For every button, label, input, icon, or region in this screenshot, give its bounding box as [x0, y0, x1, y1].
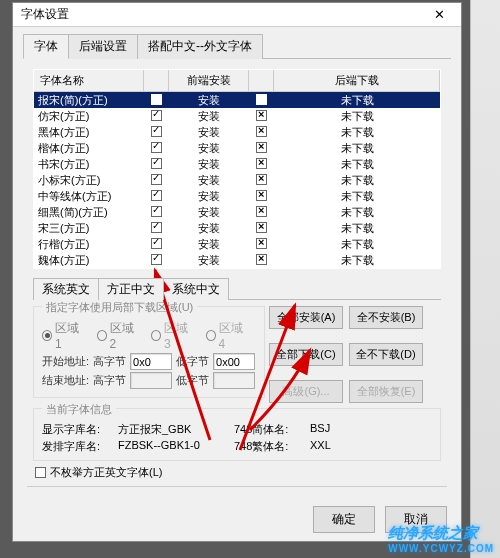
font-table-body[interactable]: 报宋(简)(方正)安装未下载仿宋(方正)安装未下载黑体(方正)安装未下载楷体(方…: [34, 92, 440, 268]
radio-region3: 区域3: [151, 320, 192, 351]
titlebar: 字体设置 ✕: [13, 3, 461, 27]
xbox-icon[interactable]: [256, 142, 267, 153]
download-none-button[interactable]: 全不下载(D): [349, 343, 423, 366]
xbox-icon[interactable]: [256, 190, 267, 201]
table-row[interactable]: 中等线体(方正)安装未下载: [34, 188, 440, 204]
checkbox-icon[interactable]: [151, 254, 162, 265]
th-name[interactable]: 字体名称: [34, 70, 144, 91]
checkbox-icon[interactable]: [151, 94, 162, 105]
table-row[interactable]: 细黑(简)(方正)安装未下载: [34, 204, 440, 220]
checkbox-icon[interactable]: [151, 142, 162, 153]
table-row[interactable]: 宋三(方正)安装未下载: [34, 220, 440, 236]
radio-region1[interactable]: 区域1: [42, 320, 83, 351]
table-row[interactable]: 楷体(方正)安装未下载: [34, 140, 440, 156]
checkbox-icon[interactable]: [151, 110, 162, 121]
checkbox-icon[interactable]: [151, 238, 162, 249]
th-download[interactable]: 后端下载: [274, 70, 440, 91]
sub-tabs: 系统英文 方正中文 系统中文: [33, 277, 441, 299]
restore-button: 全部恢复(E): [349, 380, 423, 403]
xbox-icon[interactable]: [256, 254, 267, 265]
tab-sys-en[interactable]: 系统英文: [33, 278, 99, 300]
xbox-icon[interactable]: [256, 222, 267, 233]
checkbox-icon[interactable]: [151, 206, 162, 217]
xbox-icon[interactable]: [256, 174, 267, 185]
table-row[interactable]: 书宋(方正)安装未下载: [34, 156, 440, 172]
checkbox-icon[interactable]: [151, 174, 162, 185]
font-table: 字体名称 前端安装 后端下载 报宋(简)(方正)安装未下载仿宋(方正)安装未下载…: [33, 69, 441, 269]
table-row[interactable]: 黑体(方正)安装未下载: [34, 124, 440, 140]
xbox-icon[interactable]: [256, 206, 267, 217]
table-row[interactable]: 魏体(方正)安装未下载: [34, 252, 440, 268]
ok-button[interactable]: 确定: [313, 506, 375, 533]
main-tabs: 字体 后端设置 搭配中文--外文字体: [13, 27, 461, 58]
download-all-button[interactable]: 全部下载(C): [269, 343, 343, 366]
close-button[interactable]: ✕: [419, 4, 459, 26]
checkbox-icon[interactable]: [151, 222, 162, 233]
xbox-icon[interactable]: [256, 126, 267, 137]
table-row[interactable]: 报宋(简)(方正)安装未下载: [34, 92, 440, 108]
watermark: 纯净系统之家 WWW.YCWYZ.COM: [388, 524, 494, 554]
start-low-input[interactable]: [213, 353, 255, 370]
table-row[interactable]: 行楷(方正)安装未下载: [34, 236, 440, 252]
checkbox-icon[interactable]: [151, 126, 162, 137]
xbox-icon[interactable]: [256, 94, 267, 105]
tab-fz-cn[interactable]: 方正中文: [98, 278, 164, 300]
tab-sys-cn[interactable]: 系统中文: [163, 278, 229, 300]
install-all-button[interactable]: 全部安装(A): [269, 306, 343, 329]
xbox-icon[interactable]: [256, 238, 267, 249]
table-row[interactable]: 仿宋(方正)安装未下载: [34, 108, 440, 124]
radio-region4: 区域4: [206, 320, 247, 351]
side-panel: [470, 0, 500, 558]
checkbox-icon: [35, 467, 46, 478]
no-enum-checkbox[interactable]: 不枚举方正英文字体(L): [35, 465, 439, 480]
window-title: 字体设置: [21, 6, 69, 23]
radio-region2[interactable]: 区域2: [97, 320, 138, 351]
checkbox-icon[interactable]: [151, 190, 162, 201]
tab-pair[interactable]: 搭配中文--外文字体: [137, 34, 263, 59]
tab-font[interactable]: 字体: [23, 34, 69, 59]
start-high-input[interactable]: [130, 353, 172, 370]
th-install[interactable]: 前端安装: [169, 70, 249, 91]
xbox-icon[interactable]: [256, 158, 267, 169]
end-high-input[interactable]: [130, 372, 172, 389]
current-font-fieldset: 当前字体信息 显示字库名: 方正报宋_GBK 748简体名: BSJ 发排字库名…: [33, 408, 441, 461]
region-legend: 指定字体使用局部下载区域(U): [42, 300, 197, 315]
install-none-button[interactable]: 全不安装(B): [349, 306, 423, 329]
xbox-icon[interactable]: [256, 110, 267, 121]
checkbox-icon[interactable]: [151, 158, 162, 169]
close-icon: ✕: [434, 7, 445, 22]
end-low-input[interactable]: [213, 372, 255, 389]
region-fieldset: 指定字体使用局部下载区域(U) 区域1 区域2 区域3 区域4 开始地址: 高字…: [33, 306, 265, 398]
dialog-window: 字体设置 ✕ 字体 后端设置 搭配中文--外文字体 字体名称 前端安装 后端下载…: [12, 2, 462, 542]
tab-backend[interactable]: 后端设置: [68, 34, 138, 59]
advanced-button[interactable]: 高级(G)...: [269, 380, 343, 403]
table-row[interactable]: 小标宋(方正)安装未下载: [34, 172, 440, 188]
